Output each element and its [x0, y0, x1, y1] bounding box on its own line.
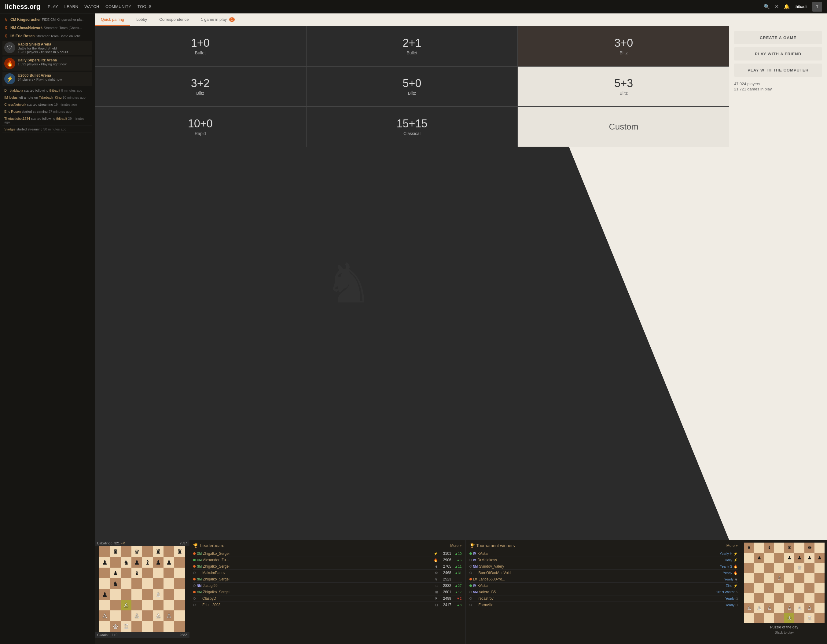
event-u2000[interactable]: ⚡ U2000 Bullet Arena 84 players • Playin…	[2, 72, 92, 86]
activity-user[interactable]: Sladgie	[4, 127, 16, 131]
play-computer-button[interactable]: PLAY WITH THE COMPUTER	[734, 64, 822, 77]
nav-community[interactable]: COMMUNITY	[105, 4, 131, 9]
pairing-3-2[interactable]: 3+2 Blitz	[95, 67, 306, 106]
event-rapid-shield[interactable]: 🛡 Rapid Shield Arena Battle for the Rapi…	[2, 41, 92, 55]
tw-name[interactable]: Lance5500-Yo...	[479, 577, 723, 582]
mode-icon: 🖱	[435, 577, 438, 581]
chess-square	[131, 589, 142, 600]
streamer-item[interactable]: 🎙 NM ChessNetwork Streamer !Team [Chess.…	[2, 24, 92, 32]
pz-sq: ♟	[754, 553, 764, 563]
pairing-15-15[interactable]: 15+15 Classical	[307, 107, 518, 147]
chess-square	[174, 610, 185, 621]
lb-name[interactable]: Zhigalko_Sergei	[203, 564, 433, 569]
event-title: Daily SuperBlitz Arena	[18, 58, 67, 62]
username-link[interactable]: thibault	[794, 4, 807, 9]
tw-name[interactable]: KAstar	[477, 552, 718, 556]
pz-sq	[764, 593, 774, 603]
chess-square: ♞	[110, 579, 121, 589]
tw-name[interactable]: Valera_B5	[479, 590, 715, 594]
leaderboard-title: Leaderboard	[200, 543, 224, 548]
tw-name[interactable]: recastrov	[479, 596, 724, 600]
leaderboard-row: Fritzi_2003 ⊟ 2417 ▲8	[193, 602, 462, 608]
offline-dot	[470, 565, 472, 568]
bell-icon[interactable]: 🔔	[783, 4, 790, 9]
pairing-time: 5+0	[403, 77, 421, 89]
tw-name[interactable]: KAstar	[477, 583, 725, 588]
lb-name[interactable]: Zhigalko_Sergei	[203, 590, 434, 594]
chess-square: ♗	[153, 589, 164, 600]
tab-game-in-play[interactable]: 1 game in play 1	[195, 14, 240, 26]
activity-user[interactable]: ChessNetwork	[4, 103, 26, 106]
tw-name[interactable]: BornOfGodAndVoid	[479, 571, 722, 575]
pz-sq	[774, 563, 784, 573]
nav-play[interactable]: PLAY	[48, 4, 58, 9]
pz-sq	[784, 573, 794, 583]
leaderboard-row: GM Zhigalko_Sergei ⚡ 3101 ▲10	[193, 550, 462, 557]
lb-rating: 2523	[439, 577, 451, 582]
activity-target[interactable]: Takeback_King	[39, 96, 62, 99]
lb-name[interactable]: Alexander_Zu...	[203, 558, 432, 562]
pz-sq	[794, 573, 804, 583]
pairing-3-0[interactable]: 3+0 Blitz	[518, 26, 729, 66]
play-friend-button[interactable]: PLAY WITH A FRIEND	[734, 47, 822, 61]
tab-lobby[interactable]: Lobby	[130, 14, 153, 26]
avatar[interactable]: T	[812, 2, 822, 12]
pairing-10-0[interactable]: 10+0 Rapid	[95, 107, 306, 147]
event-superblitz[interactable]: 🔥 Daily SuperBlitz Arena 1,392 players •…	[2, 56, 92, 70]
pz-sq: ♚	[804, 543, 815, 553]
activity-user[interactable]: IM lovlas	[4, 96, 17, 99]
tw-title: IM	[473, 552, 476, 555]
pairing-5-3[interactable]: 5+3 Blitz	[518, 67, 729, 106]
chess-square	[142, 610, 153, 621]
pz-sq	[815, 583, 825, 593]
pz-sq	[815, 593, 825, 603]
lb-name[interactable]: ClasbyD	[202, 596, 434, 600]
nav-watch[interactable]: WATCH	[84, 4, 99, 9]
chess-square	[174, 621, 185, 632]
chess-square	[142, 579, 153, 589]
tw-tournament: Yearly	[723, 571, 732, 575]
lb-name[interactable]: Fritzi_2003	[202, 603, 434, 607]
tw-name[interactable]: DrMelekess	[477, 558, 724, 562]
activity-user[interactable]: Dr_blablabla	[4, 89, 23, 92]
pairing-custom[interactable]: Custom	[518, 107, 729, 147]
leaderboard-more[interactable]: More »	[450, 544, 462, 548]
pairing-5-0[interactable]: 5+0 Blitz	[307, 67, 518, 106]
nav-learn[interactable]: LEARN	[64, 4, 78, 9]
search-icon[interactable]: 🔍	[764, 4, 770, 9]
create-game-button[interactable]: CREATE A GAME	[734, 31, 822, 44]
tab-quick-pairing[interactable]: Quick pairing	[95, 14, 130, 26]
tw-title: IM	[473, 558, 476, 562]
pairing-time: 15+15	[396, 118, 427, 130]
pz-sq: ♙	[754, 603, 764, 613]
pairing-2-1[interactable]: 2+1 Bullet	[307, 26, 518, 66]
tournament-more[interactable]: More »	[726, 544, 738, 548]
chess-square	[153, 579, 164, 589]
tw-name[interactable]: Sviridov_Valery	[479, 564, 718, 569]
event-title: U2000 Bullet Arena	[18, 73, 62, 78]
lb-rating: 2765	[439, 564, 451, 569]
pz-sq	[794, 613, 804, 623]
activity-user[interactable]: Eric Rosen	[4, 110, 21, 113]
close-icon[interactable]: ✕	[775, 4, 779, 9]
lb-name[interactable]: Zhigalko_Sergei	[203, 577, 433, 582]
pz-sq	[744, 613, 754, 623]
online-dot	[193, 591, 196, 593]
nav-tools[interactable]: TOOLS	[137, 4, 151, 9]
lb-name[interactable]: Zhigalko_Sergei	[203, 552, 432, 556]
pz-sq	[815, 563, 825, 573]
tw-name[interactable]: Farmville	[479, 603, 724, 607]
tw-tournament: Yearly H	[720, 552, 732, 555]
tab-correspondence[interactable]: Correspondence	[153, 14, 195, 26]
streamer-item[interactable]: 🎙 CM Kingscrusher FIDE CM Kingscrusher p…	[2, 16, 92, 23]
activity-user[interactable]: Thetacticbot1234	[4, 117, 30, 120]
site-logo[interactable]: lichess.org	[5, 3, 41, 11]
pairing-1-0[interactable]: 1+0 Bullet	[95, 26, 306, 66]
streamer-item[interactable]: 🎙 IM Eric Rosen Streamer Team Battle on …	[2, 33, 92, 40]
lb-name[interactable]: Jasugi99	[203, 583, 435, 588]
lb-name[interactable]: MaksimPanov	[202, 571, 434, 575]
lb-rating: 2499	[439, 596, 451, 600]
activity-target[interactable]: thibault	[56, 117, 67, 120]
activity-target[interactable]: thibault	[49, 89, 60, 92]
offline-dot	[470, 559, 472, 561]
